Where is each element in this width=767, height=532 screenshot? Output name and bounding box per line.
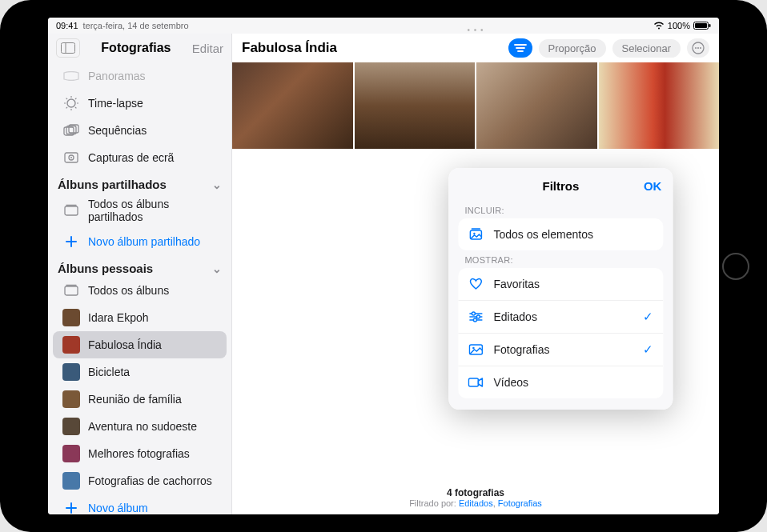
main-pane: • • • Fabulosa Índia Proporção Seleciona… [232,34,719,514]
footer-filter-link[interactable]: Fotografias [498,498,542,508]
section-label: Álbuns pessoais [58,262,153,275]
svg-point-35 [472,347,475,350]
sidebar-item-label: Todos os álbuns partilhados [88,198,217,223]
sidebar-item-label: Novo álbum partilhado [88,235,200,248]
heart-icon [468,276,484,292]
filter-show-row[interactable]: Vídeos [458,366,663,398]
filter-button[interactable] [508,38,532,58]
sidebar-item-label: Capturas de ecrã [88,151,174,164]
home-button[interactable] [722,253,749,280]
panorama-icon [62,67,80,85]
photo-stack-icon [468,226,484,242]
svg-rect-2 [709,24,711,27]
new-album-button[interactable]: Novo álbum [53,494,227,514]
sidebar-title: Fotografias [101,41,171,55]
section-shared-albums[interactable]: Álbuns partilhados ⌄ [48,171,231,193]
svg-line-13 [75,98,76,99]
album-thumb [62,363,80,381]
checkmark-icon: ✓ [643,310,653,324]
sidebar-item-burst[interactable]: Sequências [53,117,227,144]
svg-line-12 [66,107,67,108]
filter-row-label: Vídeos [493,376,653,389]
filter-row-label: Editados [493,310,633,323]
svg-point-33 [473,318,476,322]
album-thumb [62,309,80,326]
filter-icon [514,43,527,53]
svg-rect-20 [65,206,78,215]
plus-icon [62,499,80,514]
aspect-button[interactable]: Proporção [539,39,606,58]
svg-rect-21 [65,286,78,295]
popover-show-label: MOSTRAR: [448,250,673,268]
resize-handle-icon[interactable]: • • • [467,26,484,34]
sidebar-album-item[interactable]: Reunião de família [53,386,227,413]
timelapse-icon [62,94,80,112]
select-button[interactable]: Selecionar [612,39,681,58]
filters-popover: Filtros OK INCLUIR: Todos os elementos M… [448,168,673,410]
filter-show-row[interactable]: Editados✓ [458,300,663,333]
sidebar-album-item[interactable]: Fotografias de cachorros [53,467,227,494]
filter-show-row[interactable]: Favoritas [458,268,663,300]
section-personal-albums[interactable]: Álbuns pessoais ⌄ [48,255,231,277]
svg-point-27 [473,233,475,234]
chevron-down-icon: ⌄ [212,178,222,191]
new-shared-album-button[interactable]: Novo álbum partilhado [53,228,227,255]
svg-line-11 [75,107,76,108]
plus-icon [62,233,80,250]
sidebar-item-all-shared[interactable]: Todos os álbuns partilhados [53,193,227,228]
video-icon [468,374,484,390]
sidebar-album-item[interactable]: Aventura no sudoeste [53,413,227,440]
svg-rect-1 [695,23,707,28]
sidebar-album-item[interactable]: Idara Ekpoh [53,304,227,331]
sidebar: Fotografias Editar Panoramas Time‑lapseS… [48,34,232,514]
popover-include-label: INCLUIR: [448,201,673,218]
ellipsis-icon [692,42,705,54]
filter-include-row[interactable]: Todos os elementos [458,218,663,250]
sidebar-item-label: Melhores fotografias [88,447,190,460]
sidebar-item-timelapse[interactable]: Time‑lapse [53,90,227,117]
footer-filter-prefix: Filtrado por: [409,498,459,508]
album-thumb [62,336,80,354]
sidebar-edit-button[interactable]: Editar [192,42,223,55]
filter-row-label: Todos os elementos [493,228,653,241]
filter-show-row[interactable]: Fotografias✓ [458,333,663,366]
photo-thumbnail[interactable] [355,62,476,149]
sidebar-album-item[interactable]: Fabulosa Índia [53,331,227,358]
svg-point-24 [697,47,699,49]
more-button[interactable] [687,38,709,58]
status-time: 09:41 [56,21,78,30]
sidebar-item-screenshot[interactable]: Capturas de ecrã [53,144,227,171]
svg-rect-3 [62,43,75,54]
svg-point-25 [700,47,701,49]
photo-icon [468,342,484,358]
photo-thumbnail[interactable] [476,62,597,149]
sidebar-item-panoramas[interactable]: Panoramas [53,62,227,90]
albums-icon [62,282,80,299]
popover-ok-button[interactable]: OK [644,179,662,193]
sidebar-album-item[interactable]: Bicicleta [53,358,227,386]
sidebar-album-item[interactable]: Todos os álbuns [53,277,227,304]
sidebar-item-label: Idara Ekpoh [88,311,149,324]
sidebar-item-label: Novo álbum [88,502,148,514]
sidebar-toggle-button[interactable] [56,38,80,58]
photo-thumbnail[interactable] [232,62,353,149]
status-date: terça-feira, 14 de setembro [83,21,189,30]
grid-footer: 4 fotografias Filtrado por: Editados, Fo… [232,487,719,508]
svg-line-10 [66,98,67,99]
album-thumb [62,390,80,408]
sidebar-item-label: Aventura no sudoeste [88,420,197,433]
page-title: Fabulosa Índia [242,40,502,56]
sidebar-album-item[interactable]: Melhores fotografias [53,440,227,467]
battery-icon [693,22,711,30]
sidebar-item-label: Fabulosa Índia [88,338,162,351]
screenshot-icon [62,149,80,166]
photo-thumbnail[interactable] [599,62,720,149]
status-bar: 09:41 terça-feira, 14 de setembro 100% [48,18,719,34]
status-battery-text: 100% [668,21,690,30]
burst-icon [62,122,80,139]
svg-rect-36 [468,378,478,386]
filter-row-label: Fotografias [493,343,633,356]
filter-row-label: Favoritas [493,278,653,290]
photo-grid [232,62,719,149]
footer-filter-link[interactable]: Editados [459,498,493,508]
